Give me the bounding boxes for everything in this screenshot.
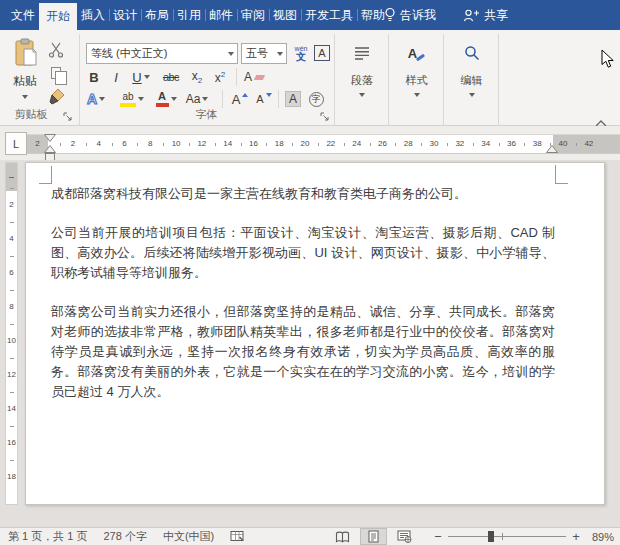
ruler-number: 10: [6, 334, 17, 368]
shrink-font-button[interactable]: A: [253, 89, 275, 109]
ruler-number: 14: [6, 402, 17, 436]
underline-button[interactable]: U: [128, 67, 154, 87]
font-size-value: 五号: [246, 46, 268, 61]
paste-button[interactable]: 粘贴: [6, 38, 44, 114]
ruler-number: 6: [6, 266, 17, 300]
ribbon-tab[interactable]: 视图: [269, 0, 301, 30]
character-border-button[interactable]: A: [312, 43, 332, 63]
word-count[interactable]: 278 个字: [103, 529, 146, 544]
chevron-down-icon[interactable]: [99, 97, 105, 101]
right-indent-marker[interactable]: [546, 145, 558, 153]
grow-font-button[interactable]: A: [228, 89, 252, 109]
ribbon-tab[interactable]: 引用: [173, 0, 205, 30]
ruler-number: 2: [6, 198, 17, 232]
ribbon-tab[interactable]: 插入: [77, 0, 109, 30]
character-shading-button[interactable]: A: [282, 89, 304, 109]
ruler-number: 36: [499, 135, 525, 153]
editing-group-label: 编辑: [461, 73, 483, 88]
ruler-numbers: 24681012141618: [6, 191, 17, 504]
text-highlight-button[interactable]: ab: [116, 89, 148, 109]
clear-formatting-button[interactable]: A: [240, 67, 268, 87]
vertical-ruler[interactable]: 24681012141618: [5, 162, 18, 505]
zoom-level[interactable]: 89%: [586, 531, 618, 543]
caret-up-icon: [242, 93, 248, 97]
read-mode-button[interactable]: [329, 528, 356, 545]
font-dialog-launcher[interactable]: [318, 110, 330, 122]
chevron-down-icon[interactable]: [202, 97, 208, 101]
share-label: 共享: [484, 7, 508, 24]
ruler-number: 4: [6, 232, 17, 266]
first-line-indent-marker[interactable]: [44, 134, 56, 142]
styles-group-button[interactable]: A 样式: [390, 30, 443, 126]
font-name-combo[interactable]: 等线 (中文正文): [86, 43, 238, 64]
highlight-color-bar: [120, 103, 136, 107]
paragraph-group-button[interactable]: 段落: [336, 30, 388, 126]
ribbon: 粘贴 剪贴板 等线 (中文正文) 五号 wén文 A B I: [0, 30, 620, 126]
print-layout-button[interactable]: [360, 528, 387, 545]
language-indicator[interactable]: 中文(中国): [163, 529, 214, 544]
format-painter-icon: [48, 88, 65, 105]
tell-me-button[interactable]: 告诉我: [384, 0, 436, 30]
top-margin-segment: [6, 163, 17, 191]
styles-group-label: 样式: [406, 73, 428, 88]
ruler-number: 32: [447, 135, 473, 153]
document-paragraph[interactable]: 公司当前开展的培训项目包括：平面设计、淘宝设计、淘宝运营、摄影后期、CAD 制图…: [51, 223, 555, 283]
chevron-down-icon[interactable]: [171, 97, 177, 101]
button-separator: [278, 90, 279, 108]
ribbon-tab[interactable]: 文件: [7, 0, 39, 30]
web-layout-icon: [397, 530, 412, 543]
hanging-indent-marker[interactable]: [44, 145, 56, 153]
zoom-in-button[interactable]: +: [570, 529, 582, 544]
ruler-number: 20: [292, 135, 318, 153]
enclose-characters-button[interactable]: 字: [305, 89, 327, 109]
subscript-button[interactable]: x2: [186, 67, 208, 87]
change-case-button[interactable]: Aa: [182, 89, 212, 109]
font-size-combo[interactable]: 五号: [241, 43, 287, 64]
zoom-out-button[interactable]: −: [432, 529, 444, 544]
horizontal-ruler[interactable]: 2 24681012141618202224262830323436384042: [27, 134, 620, 154]
ruler-number: 10: [163, 135, 189, 153]
document-text: 成都部落窝科技有限公司是一家主营在线教育和教育类电子商务的公司。公司当前开展的培…: [51, 184, 555, 421]
format-painter-button[interactable]: [44, 86, 68, 106]
web-layout-button[interactable]: [391, 528, 418, 545]
caret-down-icon: [266, 93, 272, 97]
chevron-down-icon[interactable]: [277, 52, 283, 56]
page-info[interactable]: 第 1 页，共 1 页: [8, 529, 87, 544]
button-separator: [222, 90, 223, 108]
share-button[interactable]: 共享: [463, 0, 508, 30]
chevron-down-icon[interactable]: [144, 75, 150, 79]
font-group-label: 字体: [80, 107, 333, 122]
editing-group-button[interactable]: 编辑: [445, 30, 498, 126]
strikethrough-button[interactable]: abc: [158, 67, 184, 87]
document-paragraph[interactable]: 成都部落窝科技有限公司是一家主营在线教育和教育类电子商务的公司。: [51, 184, 555, 204]
ribbon-tab-bar: 文件开始插入设计布局引用邮件审阅视图开发工具帮助 告诉我 共享: [0, 0, 620, 30]
tab-selector-box[interactable]: L: [5, 132, 27, 155]
copy-button[interactable]: [44, 63, 68, 83]
document-paragraph[interactable]: 部落窝公司当前实力还很小，但部落窝坚持的是精品、诚信、分享、共同成长。部落窝对老…: [51, 302, 555, 402]
chevron-down-icon[interactable]: [228, 52, 234, 56]
text-effects-button[interactable]: A: [82, 89, 110, 109]
font-color-button[interactable]: A: [152, 89, 180, 109]
ruler-number: 14: [215, 135, 241, 153]
italic-button[interactable]: I: [108, 67, 124, 87]
ribbon-tab[interactable]: 布局: [141, 0, 173, 30]
zoom-slider-track[interactable]: [448, 536, 566, 537]
ribbon-tab[interactable]: 审阅: [237, 0, 269, 30]
ribbon-tab[interactable]: 设计: [109, 0, 141, 30]
button-separator: [236, 68, 237, 86]
zoom-slider-thumb[interactable]: [488, 531, 494, 542]
superscript-button[interactable]: x2: [209, 67, 231, 87]
ribbon-tab[interactable]: 邮件: [205, 0, 237, 30]
clipboard-dialog-launcher[interactable]: [61, 110, 73, 122]
ruler-number: 8: [137, 135, 163, 153]
phonetic-guide-button[interactable]: wén文: [291, 41, 311, 65]
zoom-slider[interactable]: [448, 528, 566, 545]
ribbon-tab[interactable]: 开始: [39, 3, 77, 30]
document-page[interactable]: 成都部落窝科技有限公司是一家主营在线教育和教育类电子商务的公司。公司当前开展的培…: [25, 162, 605, 505]
macro-record-button[interactable]: [230, 530, 244, 544]
cut-button[interactable]: [44, 40, 68, 60]
bold-button[interactable]: B: [84, 67, 104, 87]
ribbon-tab[interactable]: 开发工具: [301, 0, 357, 30]
chevron-down-icon[interactable]: [138, 97, 144, 101]
paste-dropdown-caret[interactable]: [22, 95, 28, 99]
